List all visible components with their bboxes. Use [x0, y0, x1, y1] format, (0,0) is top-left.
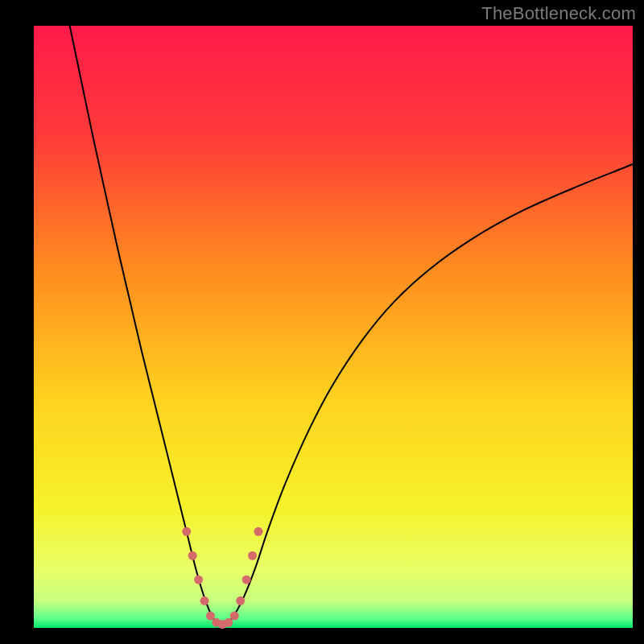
trough-highlight-dot: [236, 597, 245, 605]
trough-highlight-dot: [188, 551, 197, 560]
watermark-text: TheBottleneck.com: [481, 3, 636, 24]
bottleneck-chart: [0, 0, 644, 644]
trough-highlight-dot: [224, 618, 233, 627]
trough-highlight-dot: [182, 527, 191, 536]
trough-highlight-dot: [206, 612, 215, 621]
trough-highlight-dot: [230, 612, 239, 621]
trough-highlight-dot: [242, 576, 251, 584]
trough-highlight-dot: [194, 576, 203, 584]
trough-highlight-dot: [254, 527, 263, 536]
trough-highlight-dot: [200, 597, 209, 605]
plot-background: [34, 26, 633, 628]
chart-frame: TheBottleneck.com: [0, 0, 644, 644]
trough-highlight-dot: [248, 551, 257, 560]
